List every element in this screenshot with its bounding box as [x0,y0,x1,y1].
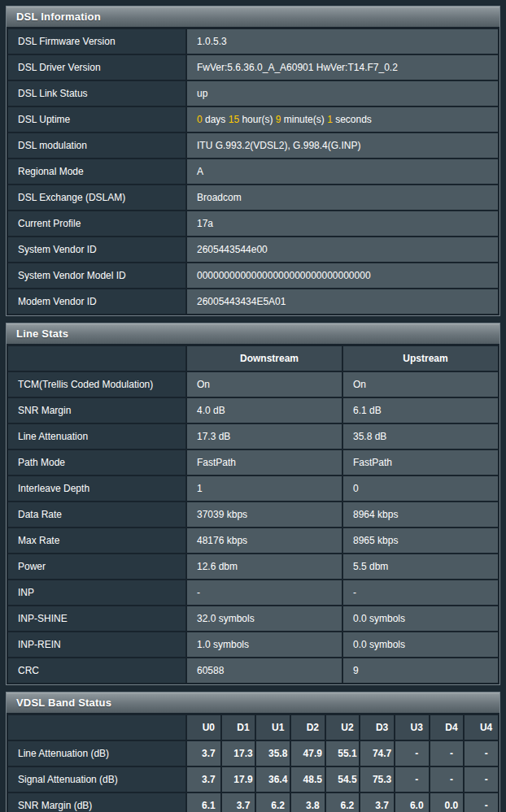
band-value-u1: 35.8 [255,740,290,766]
uptime-seconds-number: 1 [327,114,333,125]
section-title-vdsl-band-status: VDSL Band Status [16,697,111,709]
uptime-minutes-word: minute(s) [281,114,327,125]
row-label: Max Rate [7,528,186,554]
row-value-downstream: 17.3 dB [186,423,342,449]
column-header-u2: U2 [325,714,360,740]
row-value-upstream: - [342,580,499,606]
table-row: Current Profile 17a [7,211,499,237]
uptime-days-number: 0 [197,114,203,125]
table-row: TCM(Trellis Coded Modulation) On On [7,371,499,397]
row-value-upstream: 0.0 symbols [342,632,499,658]
row-label: INP-SHINE [7,606,186,632]
row-label: Line Attenuation [7,423,186,449]
band-value-d4: - [430,766,465,792]
row-label: SNR Margin [7,397,186,423]
row-label: Interleave Depth [7,475,186,502]
row-label: Path Mode [7,449,186,475]
table-row: Path Mode FastPath FastPath [7,449,499,475]
uptime-hours-number: 15 [229,114,239,125]
row-label: CRC [7,658,186,684]
row-value-downstream: - [186,580,342,606]
dsl-log-page: DSL Information DSL Firmware Version 1.0… [0,0,506,812]
band-value-u0: 3.7 [186,740,221,766]
row-value-upstream: On [342,371,499,397]
row-value-upstream: 0 [342,475,499,502]
row-value: 17a [186,211,499,237]
table-row: SNR Margin 4.0 dB 6.1 dB [7,397,499,423]
row-label: INP-REIN [7,632,186,658]
row-value: up [186,80,499,106]
row-value: ITU G.993.2(VDSL2), G.998.4(G.INP) [186,132,499,158]
column-header-d3: D3 [360,714,395,740]
table-row-uptime: DSL Uptime 0 days 15 hour(s) 9 minute(s)… [7,106,499,132]
column-header-upstream: Upstream [342,345,499,371]
uptime-seconds-word: seconds [333,114,372,125]
column-header-u3: U3 [395,714,430,740]
band-value-u2: 6.2 [325,792,360,812]
column-header-d2: D2 [290,714,325,740]
corner-cell [7,714,186,740]
row-label: DSL Firmware Version [7,28,186,54]
section-header-vdsl-band-status: VDSL Band Status [7,693,499,714]
band-value-d4: - [430,740,465,766]
row-label: Power [7,554,186,580]
row-label: Current Profile [7,211,186,237]
row-label: SNR Margin (dB) [7,792,186,812]
band-value-u4: - [464,766,499,792]
column-header-row: Downstream Upstream [7,345,499,371]
column-header-d1: D1 [221,714,256,740]
band-value-u3: 6.0 [395,792,430,812]
table-row: System Vendor ID 2605443544e00 [7,237,499,263]
row-label: System Vendor Model ID [7,263,186,289]
row-label: TCM(Trellis Coded Modulation) [7,371,186,397]
table-row: Interleave Depth 1 0 [7,475,499,502]
band-value-u3: - [395,740,430,766]
band-value-d1: 17.3 [221,740,256,766]
row-value-uptime: 0 days 15 hour(s) 9 minute(s) 1 seconds [186,106,499,132]
row-value-upstream: 6.1 dB [342,397,499,423]
row-value-downstream: 32.0 symbols [186,606,342,632]
row-value-downstream: 1.0 symbols [186,632,342,658]
band-value-u4: - [464,740,499,766]
line-stats-panel: Line Stats Downstream Upstream TCM(Trell… [6,323,500,685]
row-label: DSL Link Status [7,80,186,106]
table-row: Line Attenuation 17.3 dB 35.8 dB [7,423,499,449]
row-value: 1.0.5.3 [186,28,499,54]
band-value-u2: 54.5 [325,766,360,792]
column-header-downstream: Downstream [186,345,342,371]
column-header-u1: U1 [255,714,290,740]
band-value-u1: 6.2 [255,792,290,812]
row-value-downstream: 60588 [186,658,342,684]
column-header-d4: D4 [430,714,465,740]
row-value-upstream: 9 [342,658,499,684]
row-value-downstream: 12.6 dbm [186,554,342,580]
table-row: CRC 60588 9 [7,658,499,684]
table-row: INP-SHINE 32.0 symbols 0.0 symbols [7,606,499,632]
row-value-upstream: 0.0 symbols [342,606,499,632]
row-value-upstream: 5.5 dbm [342,554,499,580]
row-value: 2605443544e00 [186,237,499,263]
column-header-u0: U0 [186,714,221,740]
table-row: INP - - [7,580,499,606]
column-header-row: U0 D1 U1 D2 U2 D3 U3 D4 U4 [7,714,499,740]
band-value-d3: 74.7 [360,740,395,766]
row-value-downstream: On [186,371,342,397]
band-value-d1: 17.9 [221,766,256,792]
row-value-upstream: 8964 kbps [342,502,499,528]
row-label: INP [7,580,186,606]
row-value-upstream: FastPath [342,449,499,475]
row-label: DSL Exchange (DSLAM) [7,185,186,211]
section-header-line-stats: Line Stats [7,323,499,345]
row-value-upstream: 8965 kbps [342,528,499,554]
table-row: DSL Exchange (DSLAM) Broadcom [7,185,499,211]
band-value-u2: 55.1 [325,740,360,766]
table-row: Power 12.6 dbm 5.5 dbm [7,554,499,580]
vdsl-band-status-table: U0 D1 U1 D2 U2 D3 U3 D4 U4 Line Attenuat… [7,714,499,812]
table-row: DSL Link Status up [7,80,499,106]
section-header-dsl-information: DSL Information [7,7,499,28]
uptime-hours-word: hour(s) [239,114,276,125]
row-value-downstream: FastPath [186,449,342,475]
band-value-u4: - [464,792,499,812]
band-value-u3: - [395,766,430,792]
row-value: 26005443434E5A01 [186,289,499,315]
